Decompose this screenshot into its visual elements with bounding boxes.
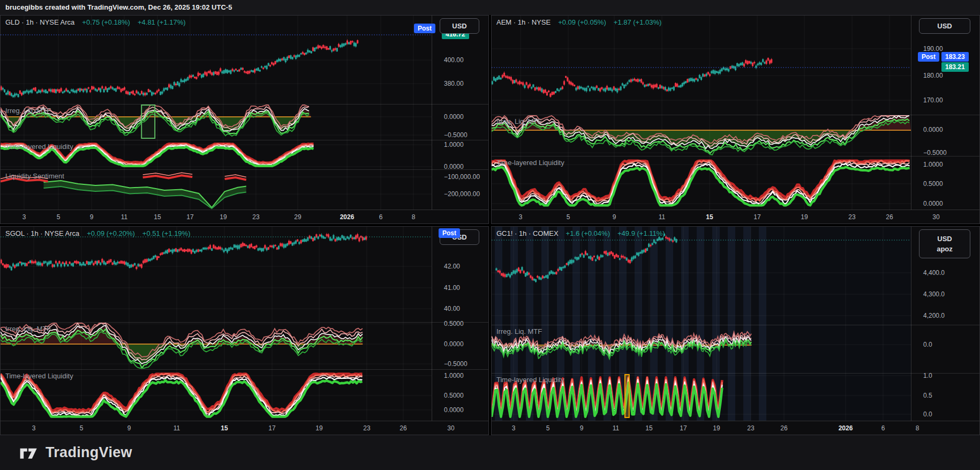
price-tick-label: 1.0000 xyxy=(444,141,464,148)
pane-divider xyxy=(492,325,979,325)
time-axis-label: 17 xyxy=(186,213,193,221)
price-tick-label: 0.0000 xyxy=(444,113,464,121)
currency-button[interactable]: USDapoz xyxy=(919,229,970,258)
change-value-1: +0.09 (+0.20%) xyxy=(87,229,135,237)
chart-panel-gc1[interactable]: Irreg. Liq. MTFTime-layered LiquidityGC1… xyxy=(491,226,980,435)
time-axis-label: 15 xyxy=(706,213,713,221)
time-axis-label: 3 xyxy=(519,213,523,221)
currency-button[interactable]: USD xyxy=(440,18,479,34)
time-axis-label: 19 xyxy=(801,213,808,221)
time-axis-label: 30 xyxy=(932,213,939,221)
change-value-2: +0.51 (+1.19%) xyxy=(142,229,191,237)
time-axis-label: 3 xyxy=(32,424,36,432)
indicator-label: Liquidity Sentiment xyxy=(5,172,64,180)
footer-bar: TradingView xyxy=(0,435,980,470)
time-axis-label: 23 xyxy=(848,213,855,221)
tradingview-wordmark[interactable]: TradingView xyxy=(46,444,132,461)
symbol-title[interactable]: AEM · 1h · NYSE xyxy=(496,18,551,26)
chart-panel-aem[interactable]: Irreg. Liq. MTFTime-layered LiquidityAEM… xyxy=(491,15,980,224)
symbol-header: SGOL · 1h · NYSE Arca+0.09 (+0.20%)+0.51… xyxy=(5,229,190,237)
time-axis-label: 26 xyxy=(886,213,893,221)
indicator-label: Irreg. Liq. MTF xyxy=(496,117,542,125)
change-value-1: +1.6 (+0.04%) xyxy=(566,229,610,237)
time-axis-label: 6 xyxy=(379,213,383,221)
change-value-2: +1.87 (+1.03%) xyxy=(614,18,662,26)
indicator-label: Irreg. Liq. MTF xyxy=(5,325,51,333)
price-tick-label: 1.0000 xyxy=(444,372,464,379)
chart-panel-gld[interactable]: Irreg. Liq. MTFTime-layered LiquidityLiq… xyxy=(0,15,489,224)
price-tick-label: 190.00 xyxy=(923,45,943,53)
time-axis-label: 15 xyxy=(154,213,161,221)
price-tick-label: 0.0000 xyxy=(923,200,943,207)
price-axis[interactable]: 4,400.04,300.04,200.00.01.00.50.0USDapoz xyxy=(911,227,980,421)
time-axis-label: 30 xyxy=(447,424,454,432)
chart-panel-sgol[interactable]: Irreg. Liq. MTFTime-layered LiquiditySGO… xyxy=(0,226,489,435)
change-value-2: +49.9 (+1.11%) xyxy=(617,229,665,237)
price-tick-label: 170.00 xyxy=(923,96,943,104)
price-tick-label: 0.0000 xyxy=(923,126,943,133)
post-badge[interactable]: Post xyxy=(414,24,435,33)
price-axis[interactable]: 190.00180.00170.000.0000−0.50001.00000.5… xyxy=(911,16,980,210)
price-tick-label: −0.5000 xyxy=(444,131,468,139)
time-axis-label: 17 xyxy=(753,213,760,221)
price-tick-label: 4,400.0 xyxy=(923,269,945,277)
irreg-fill-negative xyxy=(1,344,363,363)
price-axis[interactable]: 400.00380.000.0000−0.50001.00000.0000−10… xyxy=(432,16,489,210)
post-badge[interactable]: Post xyxy=(918,52,939,62)
time-axis-label: 9 xyxy=(127,424,131,432)
time-axis-label: 17 xyxy=(680,424,687,432)
symbol-header: GC1! · 1h · COMEX+1.6 (+0.04%)+49.9 (+1.… xyxy=(496,229,665,237)
time-axis-label: 2026 xyxy=(839,424,853,432)
highlight-bar xyxy=(625,375,629,417)
currency-button[interactable]: USD xyxy=(919,18,970,34)
time-axis-label: 3 xyxy=(512,424,516,432)
price-tick-label: 40.00 xyxy=(444,305,460,312)
candles-up xyxy=(2,41,356,98)
change-value-1: +0.09 (+0.05%) xyxy=(558,18,606,26)
candles-down xyxy=(1,39,358,96)
price-tick-label: 4,200.0 xyxy=(923,312,945,319)
time-axis-label: 6 xyxy=(881,424,885,432)
price-tick-label: 1.0 xyxy=(923,372,932,379)
price-tick-label: 1.0000 xyxy=(923,161,943,168)
time-axis-label: 5 xyxy=(80,424,84,432)
currency-label: USD xyxy=(919,22,970,30)
price-tick-label: 0.5000 xyxy=(923,180,943,188)
chart-canvas-sgol xyxy=(1,227,432,421)
candles-up xyxy=(492,58,765,94)
post-price-badge: 183.23 xyxy=(941,52,969,62)
indicator-label: Time-layered Liquidity xyxy=(5,372,73,380)
time-axis[interactable]: 359111517192326202668 xyxy=(492,421,979,435)
time-axis-label: 9 xyxy=(613,213,616,221)
tradingview-logo-icon[interactable] xyxy=(19,444,39,461)
symbol-title[interactable]: SGOL · 1h · NYSE Arca xyxy=(5,229,79,237)
time-axis-label: 8 xyxy=(412,213,416,221)
time-axis-label: 19 xyxy=(220,213,227,221)
price-tick-label: 4,300.0 xyxy=(923,290,945,298)
price-tick-label: −0.5000 xyxy=(923,149,947,156)
price-tick-label: 0.0000 xyxy=(444,406,464,414)
price-tick-label: 0.0 xyxy=(923,411,932,418)
candles-up xyxy=(9,233,365,271)
grid-lines xyxy=(1,227,432,421)
indicator-label: Irreg. Liq. MTF xyxy=(496,327,542,335)
chart-canvas-gld xyxy=(1,16,432,210)
time-axis[interactable]: 35911151719232630 xyxy=(1,421,488,435)
indicator-label: Irreg. Liq. MTF xyxy=(5,107,51,115)
pane-divider xyxy=(1,169,488,170)
price-tick-label: −0.5000 xyxy=(444,360,468,368)
time-axis-label: 15 xyxy=(645,424,652,432)
time-axis-label: 15 xyxy=(221,424,228,432)
indicator-label: Time-layered Liquidity xyxy=(496,159,564,167)
symbol-title[interactable]: GLD · 1h · NYSE Arca xyxy=(5,18,74,26)
time-axis-label: 5 xyxy=(546,424,550,432)
time-axis-label: 9 xyxy=(90,213,94,221)
time-axis-label: 5 xyxy=(57,213,61,221)
change-value-1: +0.75 (+0.18%) xyxy=(82,18,130,26)
price-axis[interactable]: 42.0041.0040.000.50000.0000−0.50001.0000… xyxy=(432,227,489,421)
time-axis[interactable]: 359111517192329202668 xyxy=(1,210,488,224)
currency-label: USD xyxy=(440,22,479,30)
post-badge[interactable]: Post xyxy=(439,228,460,238)
time-axis[interactable]: 35911151719232630 xyxy=(492,210,979,224)
symbol-title[interactable]: GC1! · 1h · COMEX xyxy=(496,229,559,237)
